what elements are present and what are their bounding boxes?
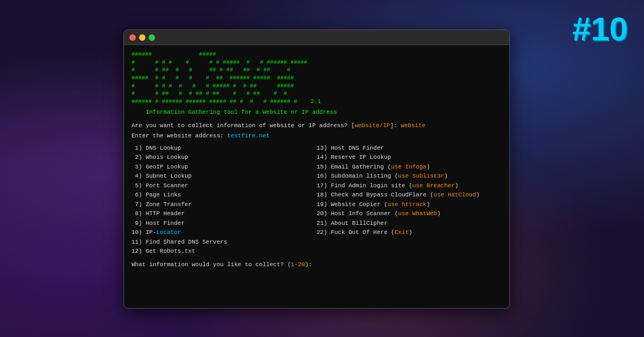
menu-item-17: 17) Find Admin login site (use Breacher): [317, 181, 502, 191]
terminal-body: ###### ##### # # # # # # # ##### # # ###…: [124, 45, 509, 308]
maximize-button[interactable]: [149, 34, 155, 41]
menu-item-19: 19) Website Copier (use httrack): [317, 200, 502, 209]
menu-item-4: 4) Subnet Lookup: [131, 172, 317, 181]
menu-item-12: 12) Get Robots.txt: [131, 247, 317, 256]
menu-item-13: 13) Host DNS Finder: [317, 144, 502, 153]
menu-item-22: 22) Fuck Out Of Here (Exit): [317, 228, 502, 237]
watermark-badge: #10: [573, 10, 628, 48]
menu-item-1: 1) DNS Lookup: [131, 144, 317, 153]
menu-item-9: 9) Host Finder: [131, 219, 317, 228]
menu-left-col: 1) DNS Lookup 2) Whois Lookup 3) GeoIP L…: [131, 144, 317, 256]
close-button[interactable]: [129, 34, 136, 41]
menu-item-11: 11) Find Shared DNS Servers: [131, 238, 317, 247]
ascii-art-logo: ###### ##### # # # # # # # ##### # # ###…: [131, 50, 502, 106]
menu-item-6: 6) Page Links: [131, 191, 317, 200]
menu-item-5: 5) Port Scanner: [131, 181, 317, 191]
menu-item-18: 18) Check and Bypass CloudFlare (use Hat…: [317, 191, 502, 200]
menu-item-3: 3) GeoIP Lookup: [131, 163, 317, 172]
menu-item-21: 21) About BillCipher: [317, 219, 502, 228]
prompt-website-or-ip: Are you want to collect information of w…: [131, 121, 502, 130]
menu-item-10: 10) IP-Locator: [131, 228, 317, 237]
menu-item-14: 14) Reserve IP Lookup: [317, 153, 502, 162]
prompt-enter-address: Enter the website address: testfire.net: [131, 131, 502, 141]
menu-item-7: 7) Zone Transfer: [131, 200, 317, 209]
menu-item-20: 20) Host Info Scanner (use WhatWeb): [317, 209, 502, 218]
info-line: Information Gathering tool for a Website…: [131, 108, 502, 117]
terminal-window: ###### ##### # # # # # # # ##### # # ###…: [123, 30, 510, 309]
menu-item-15: 15) Email Gathering (use Infoga): [317, 163, 502, 172]
menu-item-2: 2) Whois Lookup: [131, 153, 317, 162]
menu-grid: 1) DNS Lookup 2) Whois Lookup 3) GeoIP L…: [131, 144, 502, 256]
terminal-titlebar: [124, 30, 509, 45]
collect-info-prompt[interactable]: What information would you like to colle…: [131, 260, 502, 269]
minimize-button[interactable]: [139, 34, 145, 41]
menu-item-8: 8) HTTP Header: [131, 209, 317, 218]
menu-right-col: 13) Host DNS Finder 14) Reserve IP Looku…: [317, 144, 502, 256]
menu-item-16: 16) Subdomain listing (use Sublist3r): [317, 172, 502, 181]
